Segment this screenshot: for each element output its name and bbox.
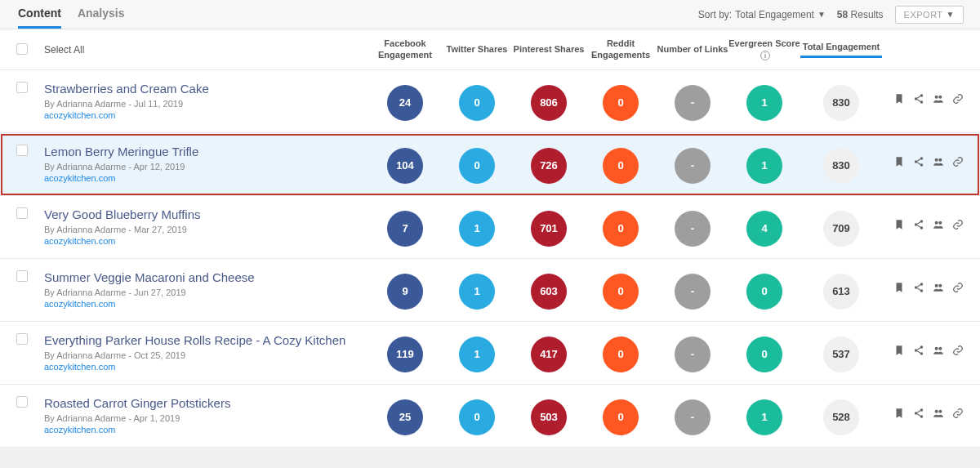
ever-value: 1 — [746, 399, 782, 435]
row-domain[interactable]: acozykitchen.com — [44, 362, 369, 372]
export-button[interactable]: EXPORT ▼ — [895, 6, 964, 24]
fb-value: 104 — [387, 148, 423, 184]
people-icon[interactable] — [933, 282, 944, 293]
svg-point-1 — [915, 97, 918, 100]
tw-value: 0 — [459, 148, 495, 184]
people-icon[interactable] — [933, 219, 944, 230]
bookmark-icon[interactable] — [893, 345, 905, 356]
sort-by-dropdown[interactable]: Sort by: Total Engagement ▼ — [698, 9, 826, 20]
svg-point-16 — [915, 286, 918, 289]
row-checkbox[interactable] — [16, 207, 28, 219]
people-icon[interactable] — [933, 93, 944, 105]
svg-point-8 — [935, 158, 938, 161]
svg-point-18 — [935, 283, 938, 287]
svg-point-29 — [938, 409, 942, 412]
share-icon[interactable] — [913, 93, 924, 105]
share-icon[interactable] — [913, 408, 924, 419]
chevron-down-icon: ▼ — [817, 10, 826, 19]
red-value: 0 — [603, 274, 639, 310]
info-icon[interactable]: i — [760, 51, 770, 60]
tw-value: 1 — [459, 274, 495, 310]
pin-value: 726 — [531, 148, 567, 184]
svg-point-11 — [915, 223, 918, 226]
svg-point-17 — [920, 289, 924, 292]
col-fb[interactable]: Facebook Engagement — [369, 38, 441, 61]
svg-point-25 — [920, 408, 924, 412]
col-links[interactable]: Number of Links — [657, 43, 728, 55]
link-icon[interactable] — [952, 282, 964, 293]
link-icon[interactable] — [952, 408, 964, 419]
bookmark-icon[interactable] — [893, 93, 905, 105]
tab-content[interactable]: Content — [18, 0, 61, 29]
row-title[interactable]: Everything Parker House Rolls Recipe - A… — [44, 333, 369, 347]
svg-point-13 — [935, 221, 938, 224]
bookmark-icon[interactable] — [893, 219, 905, 230]
red-value: 0 — [603, 399, 639, 435]
results-count-wrap: 58 Results — [837, 9, 884, 20]
total-value: 830 — [823, 85, 859, 121]
row-domain[interactable]: acozykitchen.com — [44, 299, 369, 309]
svg-point-26 — [915, 412, 918, 415]
fb-value: 7 — [387, 211, 423, 247]
row-meta: By Adrianna Adarme - Apr 12, 2019 — [44, 162, 369, 172]
share-icon[interactable] — [913, 282, 924, 293]
link-icon[interactable] — [952, 156, 964, 167]
ever-value: 0 — [746, 337, 782, 372]
row-checkbox[interactable] — [16, 396, 28, 408]
row-title[interactable]: Summer Veggie Macaroni and Cheese — [44, 270, 369, 284]
share-icon[interactable] — [913, 219, 924, 230]
bookmark-icon[interactable] — [893, 408, 905, 419]
links-value: - — [675, 399, 710, 435]
pin-value: 603 — [531, 274, 567, 310]
link-icon[interactable] — [952, 219, 964, 230]
total-value: 613 — [823, 274, 859, 310]
svg-point-28 — [935, 409, 938, 412]
row-checkbox[interactable] — [16, 82, 28, 93]
col-ever[interactable]: Evergreen Score i — [728, 38, 800, 61]
red-value: 0 — [603, 148, 639, 184]
row-title[interactable]: Very Good Blueberry Muffins — [44, 207, 369, 221]
table-row: Strawberries and Cream Cake By Adrianna … — [0, 70, 980, 133]
row-title[interactable]: Roasted Carrot Ginger Potstickers — [44, 396, 369, 410]
select-all-checkbox[interactable] — [16, 43, 28, 55]
row-title[interactable]: Lemon Berry Meringue Trifle — [44, 145, 369, 158]
link-icon[interactable] — [952, 93, 964, 105]
total-value: 709 — [823, 211, 859, 247]
pin-value: 417 — [531, 337, 567, 372]
row-checkbox[interactable] — [16, 145, 28, 156]
total-value: 528 — [823, 399, 859, 435]
links-value: - — [675, 337, 710, 372]
row-domain[interactable]: acozykitchen.com — [44, 236, 369, 246]
svg-point-4 — [938, 95, 942, 98]
row-domain[interactable]: acozykitchen.com — [44, 173, 369, 183]
svg-point-7 — [920, 163, 924, 167]
link-icon[interactable] — [952, 345, 964, 356]
people-icon[interactable] — [933, 156, 944, 167]
bookmark-icon[interactable] — [893, 282, 905, 293]
col-pin[interactable]: Pinterest Shares — [513, 43, 585, 55]
row-title[interactable]: Strawberries and Cream Cake — [44, 82, 369, 96]
select-all-label: Select All — [44, 44, 84, 56]
row-checkbox[interactable] — [16, 333, 28, 345]
table-row: Very Good Blueberry Muffins By Adrianna … — [0, 196, 980, 259]
row-checkbox[interactable] — [16, 270, 28, 282]
tw-value: 0 — [459, 85, 495, 121]
links-value: - — [675, 211, 710, 247]
chevron-down-icon: ▼ — [947, 10, 955, 19]
tab-analysis[interactable]: Analysis — [78, 0, 125, 29]
table-row: Roasted Carrot Ginger Potstickers By Adr… — [0, 385, 980, 448]
pin-value: 701 — [531, 211, 567, 247]
bookmark-icon[interactable] — [893, 156, 905, 167]
people-icon[interactable] — [933, 345, 944, 356]
col-red[interactable]: Reddit Engagements — [585, 38, 657, 61]
col-total[interactable]: Total Engagement — [800, 41, 882, 58]
row-domain[interactable]: acozykitchen.com — [44, 110, 369, 120]
red-value: 0 — [603, 211, 639, 247]
red-value: 0 — [603, 337, 639, 372]
row-domain[interactable]: acozykitchen.com — [44, 425, 369, 435]
share-icon[interactable] — [913, 156, 924, 167]
row-meta: By Adrianna Adarme - Oct 25, 2019 — [44, 350, 369, 360]
share-icon[interactable] — [913, 345, 924, 356]
col-tw[interactable]: Twitter Shares — [441, 43, 513, 55]
people-icon[interactable] — [933, 408, 944, 419]
